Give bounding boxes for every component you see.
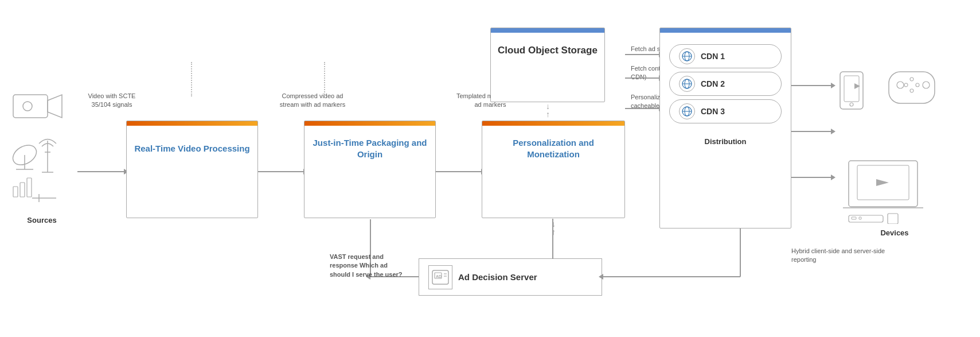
- cdn2-item: CDN 2: [669, 72, 782, 96]
- svg-point-32: [904, 83, 908, 87]
- ad-server-box: AD Ad Decision Server: [419, 258, 602, 296]
- arrow-realtime-jit: [258, 171, 304, 172]
- svg-rect-39: [888, 214, 898, 224]
- cdn1-item: CDN 1: [669, 44, 782, 68]
- arrow-fetch-content: [625, 78, 659, 79]
- arrow-distrib-adserver: [603, 276, 740, 277]
- svg-rect-9: [13, 187, 18, 197]
- arrow-fetch-ad: [625, 54, 659, 55]
- vast-request-label: VAST request and response Which ad shoul…: [330, 253, 404, 279]
- svg-text:AD: AD: [436, 274, 442, 278]
- cdn3-icon: [679, 103, 695, 119]
- arrow-cdn2-devices: [791, 131, 831, 132]
- arrow-personalized: [625, 108, 659, 109]
- svg-rect-11: [27, 178, 32, 197]
- realtime-title: Real-Time Video Processing: [127, 126, 257, 160]
- svg-rect-10: [20, 183, 25, 197]
- distribution-header: [660, 28, 791, 33]
- dotted-2: [324, 62, 325, 96]
- svg-point-2: [23, 102, 32, 111]
- bi-arrow-cloud: ↓ ↑: [546, 102, 550, 118]
- jit-header: [304, 121, 435, 126]
- ad-server-icon: AD: [428, 265, 452, 289]
- cdn2-label: CDN 2: [701, 79, 725, 88]
- svg-rect-40: [852, 217, 856, 219]
- arrow-cdn1-devices: [791, 85, 831, 86]
- personalization-box: Personalization and Monetization: [482, 121, 625, 218]
- sources-area: Sources: [10, 92, 73, 224]
- distribution-title: Distribution: [660, 137, 791, 146]
- video-signals-label: Video with SCTE 35/104 signals: [80, 92, 143, 110]
- cloud-storage-title: Cloud Object Storage: [491, 33, 604, 63]
- svg-point-25: [850, 103, 853, 106]
- devices-area: Devices: [837, 69, 952, 237]
- cdn2-icon: [679, 76, 695, 92]
- arrow-sources-realtime: [77, 171, 124, 172]
- svg-rect-38: [849, 215, 883, 222]
- svg-rect-24: [844, 76, 859, 102]
- arrow-person-down: [552, 219, 553, 259]
- personalization-header: [482, 121, 624, 126]
- cloud-storage-box: Cloud Object Storage: [490, 28, 605, 102]
- cdn1-icon: [679, 48, 695, 64]
- svg-rect-41: [859, 217, 861, 219]
- arrow-distrib-down: [740, 228, 741, 277]
- diagram: Sources Video with SCTE 35/104 signals R…: [0, 0, 980, 337]
- svg-marker-37: [876, 179, 889, 186]
- arrow-cdn3-devices: [791, 177, 831, 178]
- hybrid-reporting-label: Hybrid client-side and server-side repor…: [791, 247, 906, 265]
- compressed-stream-label: Compressed video ad stream with ad marke…: [275, 92, 350, 110]
- dotted-1: [191, 62, 192, 96]
- cdn1-label: CDN 1: [701, 52, 725, 61]
- ad-server-label: Ad Decision Server: [458, 272, 537, 282]
- svg-point-31: [910, 89, 913, 92]
- jit-title: Just-in-Time Packaging and Origin: [304, 126, 435, 165]
- svg-marker-1: [48, 95, 62, 118]
- svg-point-29: [923, 82, 930, 88]
- svg-rect-23: [840, 72, 863, 109]
- realtime-box: Real-Time Video Processing: [126, 121, 258, 218]
- devices-label: Devices: [837, 228, 952, 237]
- cdn3-label: CDN 3: [701, 107, 725, 116]
- sources-label: Sources: [10, 216, 73, 224]
- realtime-header: [127, 121, 257, 126]
- svg-point-33: [916, 83, 919, 87]
- jit-box: Just-in-Time Packaging and Origin: [304, 121, 436, 218]
- svg-point-28: [897, 82, 904, 88]
- svg-rect-0: [13, 95, 48, 118]
- svg-point-30: [910, 78, 913, 81]
- distribution-box: CDN 1 CDN 2 CDN 3 Distribution: [659, 28, 791, 228]
- cdn3-item: CDN 3: [669, 99, 782, 123]
- cloud-storage-header: [491, 28, 604, 33]
- svg-point-3: [10, 141, 40, 169]
- personalization-title: Personalization and Monetization: [482, 126, 624, 165]
- arrow-jit-person: [436, 171, 482, 172]
